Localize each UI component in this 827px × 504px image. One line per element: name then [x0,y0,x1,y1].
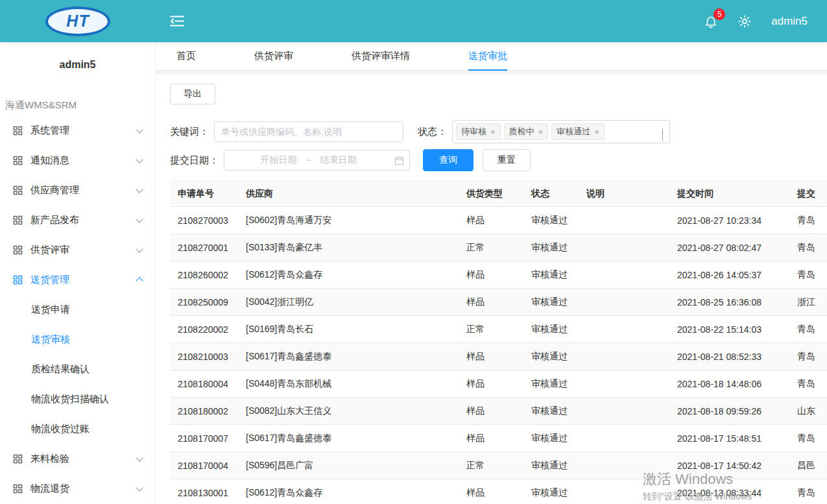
col-supply-type: 供货类型 [459,181,523,207]
cell-submit-time: 2021-08-26 14:05:37 [669,261,789,289]
chevron-up-icon [137,276,142,283]
tag-close-icon[interactable]: × [538,128,544,136]
sidebar-item-supply-review[interactable]: 供货评审 [0,235,155,265]
cell-supply-type: 正常 [459,452,523,479]
table-row[interactable]: 2108180002 [S0082]山东大王信义 样品 审核通过 2021-08… [170,398,827,425]
cell-supply-type: 样品 [459,479,523,504]
sidebar-item-label: 系统管理 [30,125,69,137]
table-row[interactable]: 2108270003 [S0602]青岛海通万安 样品 审核通过 2021-08… [170,207,827,234]
gear-icon[interactable] [737,14,752,29]
logo-area: HT [0,6,156,36]
tab-delivery-approval[interactable]: 送货审批 [468,42,507,71]
cell-submit-time: 2021-08-21 08:52:33 [669,343,789,370]
cell-request-no: 2108180002 [170,398,238,425]
sidebar-item-notifications[interactable]: 通知消息 [0,145,155,175]
cell-submit-extra: 青岛 [789,343,827,370]
cell-submit-extra: 浙江 [789,289,827,316]
sidebar-subitem-quality-result-confirm[interactable]: 质检结果确认 [0,354,155,384]
status-label: 状态： [418,126,447,138]
cell-note [579,261,669,289]
cell-supplier: [S0042]浙江明亿 [238,289,459,316]
filter-panel: 关键词： 状态： 待审核 × 质检中 × 审核通过 × [170,120,827,171]
chevron-down-icon [137,487,142,490]
cell-supplier: [S0612]青岛众鑫存 [238,479,459,504]
topbar-username[interactable]: admin5 [771,15,808,28]
table-row[interactable]: 2108170004 [S0596]昌邑广富 正常 审核通过 2021-08-1… [170,452,827,479]
table-row[interactable]: 2108260002 [S0612]青岛众鑫存 样品 审核通过 2021-08-… [170,261,827,289]
cell-submit-time: 2021-08-17 15:48:51 [669,425,789,452]
cell-supplier: [S0617]青岛鑫盛德泰 [238,343,459,370]
sidebar-subitem-logistics-posting[interactable]: 物流收货过账 [0,414,155,444]
cell-submit-time: 2021-08-25 16:36:08 [669,289,789,316]
sidebar-item-label: 新产品发布 [30,214,79,226]
status-multiselect[interactable]: 待审核 × 质检中 × 审核通过 × [452,120,670,143]
sidebar-item-label: 供货评审 [30,244,69,256]
table-row[interactable]: 2108220002 [S0169]青岛长石 正常 审核通过 2021-08-2… [170,316,827,343]
table-row[interactable]: 2108180004 [S0448]青岛东部机械 样品 审核通过 2021-08… [170,370,827,398]
table-row[interactable]: 2108210003 [S0617]青岛鑫盛德泰 样品 审核通过 2021-08… [170,343,827,370]
cell-submit-extra: 青岛 [789,479,827,504]
sidebar-item-incoming-inspection[interactable]: 来料检验 [0,444,155,474]
status-tag-label: 审核通过 [557,126,590,138]
search-button[interactable]: 查询 [423,149,473,171]
cell-request-no: 2108260002 [170,261,238,289]
sidebar-item-supplier-management[interactable]: 供应商管理 [0,175,155,205]
tag-close-icon[interactable]: × [594,128,599,136]
filter-row-keyword-status: 关键词： 状态： 待审核 × 质检中 × 审核通过 × [170,120,827,143]
sidebar-item-logistics-returns[interactable]: 物流退货 [0,474,155,503]
cell-note [579,479,669,504]
sidebar-item-new-product-release[interactable]: 新产品发布 [0,205,155,235]
grid-icon [13,484,23,494]
tag-close-icon[interactable]: × [490,128,496,136]
col-submit-extra: 提交 [789,181,827,207]
sidebar-subitem-logistics-scan-confirm[interactable]: 物流收货扫描确认 [0,384,155,414]
reset-button[interactable]: 重置 [483,149,531,171]
sidebar-item-delivery-management[interactable]: 送货管理 [0,265,155,294]
cell-status: 审核通过 [523,479,579,504]
page-content: 导出 关键词： 状态： 待审核 × 质检中 × 审核通过 [156,75,827,504]
table-row[interactable]: 2108170007 [S0617]青岛鑫盛德泰 样品 审核通过 2021-08… [170,425,827,452]
col-submit-time: 提交时间 [669,181,789,207]
chevron-down-icon [137,219,142,222]
cell-note [579,289,669,316]
cell-submit-extra: 山东 [789,398,827,425]
grid-icon [13,275,23,285]
tab-supply-review-detail[interactable]: 供货评审详情 [352,42,410,71]
table-row[interactable]: 2108270001 [S0133]青岛豪亿丰 正常 审核通过 2021-08-… [170,234,827,261]
table-row[interactable]: 2108130001 [S0612]青岛众鑫存 样品 审核通过 2021-08-… [170,479,827,504]
cell-supplier: [S0133]青岛豪亿丰 [238,234,459,261]
date-range-picker[interactable]: 开始日期 ~ 结束日期 [224,150,410,171]
chevron-down-icon [137,159,142,162]
cell-supply-type: 样品 [459,261,523,289]
sidebar-subitem-delivery-audit[interactable]: 送货审核 [0,324,155,354]
cell-supplier: [S0448]青岛东部机械 [238,370,459,398]
grid-icon [13,245,23,255]
chevron-down-icon [662,129,663,141]
cell-submit-time: 2021-08-18 14:48:06 [669,370,789,398]
cell-note [579,316,669,343]
cell-supplier: [S0169]青岛长石 [238,316,459,343]
cell-request-no: 2108170007 [170,425,238,452]
tab-home[interactable]: 首页 [176,42,196,71]
notification-bell-icon[interactable]: 5 [704,14,718,29]
cell-request-no: 2108270003 [170,207,238,234]
sidebar: admin5 海通WMS&SRM 系统管理 通知消息 供应商管理 新产品发布 供… [0,42,156,504]
cell-supplier: [S0082]山东大王信义 [238,398,459,425]
cell-supplier: [S0617]青岛鑫盛德泰 [238,425,459,452]
cell-supply-type: 样品 [459,425,523,452]
sidebar-subitem-delivery-request[interactable]: 送货申请 [0,294,155,324]
sidebar-item-system-management[interactable]: 系统管理 [0,115,155,145]
cell-supply-type: 样品 [459,343,523,370]
date-end-placeholder: 结束日期 [320,154,357,166]
chevron-down-icon [137,457,142,461]
table-row[interactable]: 2108250009 [S0042]浙江明亿 样品 审核通过 2021-08-2… [170,289,827,316]
tab-bar: 首页 供货评审 供货评审详情 送货审批 [156,42,827,71]
tab-supply-review[interactable]: 供货评审 [254,42,293,71]
status-tag: 审核通过 × [551,123,605,140]
sidebar-collapse-icon[interactable] [170,15,184,27]
grid-icon [13,454,23,464]
delivery-approval-table: 申请单号 供应商 供货类型 状态 说明 提交时间 提交 2108270003 [… [170,180,827,504]
keyword-input[interactable] [214,121,403,142]
cell-submit-extra: 青岛 [789,207,827,234]
export-button[interactable]: 导出 [170,84,215,104]
